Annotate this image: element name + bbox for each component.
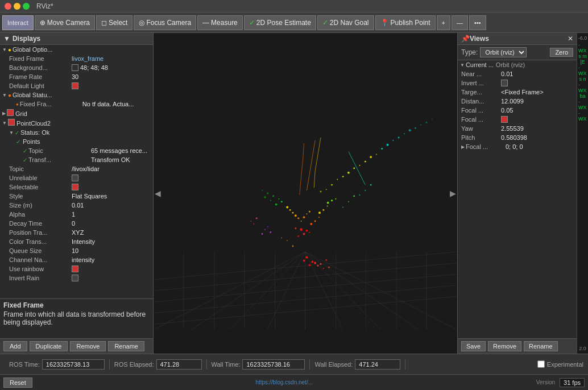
focal-checkbox[interactable]: [501, 116, 508, 123]
target-value[interactable]: <Fixed Frame>: [501, 89, 544, 96]
selectable-checkbox[interactable]: [72, 184, 78, 190]
displays-title: Displays: [13, 35, 40, 43]
default-light-checkbox[interactable]: [72, 82, 78, 89]
invert-rainbow-checkbox[interactable]: [72, 275, 78, 281]
displays-collapse-icon[interactable]: ▼: [3, 35, 10, 43]
default-light-row: Default Light: [0, 81, 153, 90]
remove-button[interactable]: Remove: [70, 341, 106, 351]
svg-point-33: [297, 218, 299, 219]
pointcloud-checkbox[interactable]: [8, 119, 15, 127]
fixed-frame-value[interactable]: livox_frame: [72, 55, 151, 62]
queue-size-row: Queue Size 10: [0, 246, 153, 255]
pointcloud-row[interactable]: ▼ PointCloud2: [0, 118, 153, 128]
zero-button[interactable]: Zero: [550, 48, 573, 57]
description-title: Fixed Frame: [3, 301, 150, 309]
decay-label: Decay Time: [9, 220, 72, 227]
pose-estimate-button[interactable]: ✓ 2D Pose Estimate: [244, 15, 316, 30]
expand-icon[interactable]: ▼: [2, 47, 7, 52]
maximize-button[interactable]: [23, 3, 30, 10]
add-button[interactable]: Add: [3, 341, 27, 351]
transform-label: Transf...: [28, 156, 91, 163]
global-status-row[interactable]: ▼ ● Global Statu...: [0, 90, 153, 99]
publish-point-button[interactable]: 📍 Publish Point: [375, 15, 436, 30]
viewport-arrow-right[interactable]: ▶: [450, 189, 456, 198]
expand-icon[interactable]: ▼: [2, 93, 7, 98]
focus-camera-button[interactable]: ◎ Focus Camera: [134, 15, 196, 30]
global-options-row[interactable]: ▼ ● Global Optio...: [0, 45, 153, 54]
queue-size-value[interactable]: 10: [72, 247, 151, 254]
grid-checkbox[interactable]: [7, 109, 14, 118]
expand-icon[interactable]: ▶: [2, 111, 6, 116]
minimize-button[interactable]: [14, 3, 20, 10]
invert-checkbox[interactable]: [501, 80, 508, 86]
channel-name-value[interactable]: intensity: [72, 256, 151, 263]
viewport-3d[interactable]: ◀ ▶: [154, 33, 457, 354]
duplicate-button[interactable]: Duplicate: [30, 341, 68, 351]
near-value[interactable]: 0.01: [501, 70, 513, 77]
distance-value[interactable]: 12.0099: [501, 98, 524, 105]
decay-value[interactable]: 0: [72, 220, 151, 227]
alpha-value[interactable]: 1: [72, 211, 151, 218]
extra-btn-1[interactable]: +: [437, 15, 450, 30]
points-row[interactable]: ✓ Points: [0, 137, 153, 146]
terminal-line: [E: [580, 59, 585, 65]
reset-button[interactable]: Reset: [3, 377, 32, 388]
wall-time-input[interactable]: [242, 359, 305, 370]
pitch-value[interactable]: 0.580398: [501, 134, 527, 141]
svg-point-26: [320, 263, 321, 265]
ros-time-input[interactable]: [42, 359, 105, 370]
wall-elapsed-item: Wall Elapsed:: [310, 359, 405, 370]
color-transform-label: Color Trans...: [9, 238, 72, 245]
displays-bottom-buttons: Add Duplicate Remove Rename: [0, 338, 153, 354]
wall-elapsed-input[interactable]: [355, 359, 400, 370]
type-select[interactable]: Orbit (rviz): [480, 47, 527, 57]
svg-point-66: [272, 195, 274, 197]
expand-icon[interactable]: ▼: [460, 63, 465, 68]
focal-pt-label: Focal ...: [461, 107, 501, 114]
pos-transform-value[interactable]: XYZ: [72, 229, 151, 236]
svg-point-41: [309, 211, 310, 213]
window-controls[interactable]: [5, 3, 30, 10]
unreliable-checkbox[interactable]: [72, 175, 78, 181]
topic-prop-value[interactable]: /livox/lidar: [72, 165, 151, 172]
status-ok-row[interactable]: ▼ ✓ Status: Ok: [0, 128, 153, 137]
select-button[interactable]: ◻ Select: [96, 15, 132, 30]
use-rainbow-checkbox[interactable]: [72, 265, 78, 272]
yaw-value[interactable]: 2.55539: [501, 125, 524, 132]
expand-icon[interactable]: ▶: [461, 144, 465, 150]
focal-pt-value[interactable]: 0.05: [501, 107, 513, 114]
experimental-checkbox[interactable]: [537, 360, 545, 368]
interact-button[interactable]: Interact: [2, 15, 34, 30]
expand-icon[interactable]: ▼: [9, 130, 14, 135]
save-button[interactable]: Save: [461, 341, 486, 351]
expand-icon[interactable]: ▼: [2, 121, 7, 126]
rename-view-button[interactable]: Rename: [524, 341, 558, 351]
size-value[interactable]: 0.01: [72, 202, 151, 209]
frame-rate-value[interactable]: 30: [72, 73, 151, 80]
measure-button[interactable]: — Measure: [197, 15, 243, 30]
url-text: https://blog.csdn.net/...: [37, 379, 532, 385]
rename-button[interactable]: Rename: [108, 341, 144, 351]
displays-content[interactable]: ▼ ● Global Optio... Fixed Frame livox_fr…: [0, 45, 153, 298]
svg-point-55: [392, 140, 394, 141]
terminal-line: s n: [579, 76, 586, 82]
grid-row[interactable]: ▶ Grid: [0, 109, 153, 118]
fps-badge: 31 fps: [560, 378, 585, 387]
pose-icon: ✓: [249, 19, 255, 27]
remove-view-button[interactable]: Remove: [488, 341, 521, 351]
move-camera-button[interactable]: ⊕ Move Camera: [35, 15, 95, 30]
style-value[interactable]: Flat Squares: [72, 193, 151, 200]
pointcloud-label: PointCloud2: [16, 120, 51, 127]
close-button[interactable]: [5, 3, 11, 10]
nav-goal-button[interactable]: ✓ 2D Nav Goal: [317, 15, 374, 30]
viewport-arrow-left[interactable]: ◀: [155, 189, 161, 198]
extra-btn-2[interactable]: —: [452, 15, 468, 30]
ros-elapsed-input[interactable]: [156, 359, 202, 370]
views-close-icon[interactable]: ✕: [568, 35, 573, 43]
measure-icon: —: [202, 19, 209, 27]
extra-btn-3[interactable]: •••: [469, 15, 486, 30]
svg-point-100: [267, 226, 268, 227]
background-swatch[interactable]: [72, 64, 78, 71]
color-transform-value[interactable]: Intensity: [72, 238, 151, 245]
current-view-row[interactable]: ▼ Current ... Orbit (rviz): [458, 60, 577, 69]
